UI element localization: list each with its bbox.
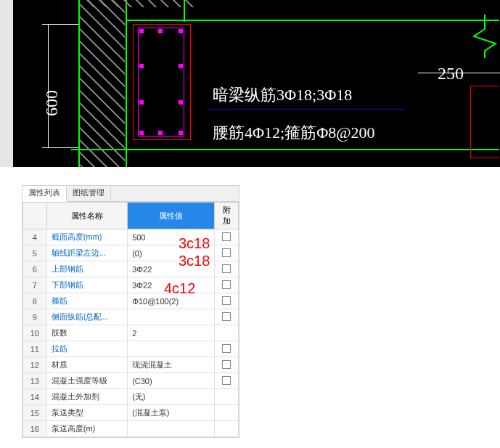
addon-cell[interactable] [215,421,239,437]
addon-cell[interactable] [215,229,239,245]
cad-note-1: 暗梁纵筋3Φ18;3Φ18 [213,84,352,106]
prop-name: 混凝土强度等级 [46,373,127,389]
property-panel: 属性列表 图纸管理 属性名称 属性值 附加 4截面高度(mm)5005轴线距梁左… [22,185,239,438]
prop-value[interactable]: 500 [128,229,215,245]
cad-stirrup [138,28,184,137]
row-number: 15 [23,405,47,421]
prop-name: 箍筋 [46,293,127,309]
row-number: 16 [23,421,47,437]
table-row[interactable]: 15泵送类型(混凝土泵) [23,405,239,421]
tab-drawings[interactable]: 图纸管理 [67,186,111,201]
property-table: 属性名称 属性值 附加 4截面高度(mm)5005轴线距梁左边...(0)6上部… [22,202,239,437]
row-number: 11 [23,341,47,357]
checkbox-icon[interactable] [222,360,231,369]
row-number: 5 [23,245,47,261]
addon-cell[interactable] [215,389,239,405]
addon-cell[interactable] [215,405,239,421]
prop-value[interactable]: (0) [128,245,215,261]
row-number: 12 [23,357,47,373]
prop-name: 截面高度(mm) [46,229,127,245]
addon-cell[interactable] [215,309,239,325]
prop-name: 材质 [46,357,127,373]
row-number: 4 [23,229,47,245]
addon-cell[interactable] [215,357,239,373]
row-number: 10 [23,325,47,341]
checkbox-icon[interactable] [222,248,231,257]
row-number: 9 [23,309,47,325]
checkbox-icon[interactable] [222,264,231,273]
row-number: 14 [23,389,47,405]
table-row[interactable]: 14混凝土外加剂(无) [23,389,239,405]
addon-cell[interactable] [215,325,239,341]
addon-cell[interactable] [215,277,239,293]
prop-value[interactable]: 3Φ22 [128,261,215,277]
table-row[interactable]: 11拉筋 [23,341,239,357]
checkbox-icon[interactable] [222,232,231,241]
table-row[interactable]: 5轴线距梁左边...(0) [23,245,239,261]
break-mark-icon [470,15,499,58]
prop-value[interactable]: 现浇混凝土 [128,357,215,373]
prop-name: 上部钢筋 [46,261,127,277]
table-row[interactable]: 6上部钢筋3Φ22 [23,261,239,277]
prop-name: 肢数 [46,325,127,341]
addon-cell[interactable] [215,245,239,261]
col-rownum [23,203,47,229]
tab-bar: 属性列表 图纸管理 [22,186,239,202]
prop-value[interactable]: Φ10@100(2) [128,293,215,309]
cad-underline [209,109,405,110]
prop-value[interactable]: (C30) [128,373,215,389]
col-name: 属性名称 [46,203,127,229]
addon-cell[interactable] [215,293,239,309]
table-row[interactable]: 8箍筋Φ10@100(2) [23,293,239,309]
prop-value[interactable] [128,309,215,325]
addon-cell[interactable] [215,373,239,389]
cad-line [126,0,127,167]
prop-value[interactable]: 2 [128,325,215,341]
dimension-250: 250 [438,64,464,84]
prop-value[interactable]: (无) [128,389,215,405]
cad-hatch [80,0,125,167]
col-addon: 附加 [215,203,239,229]
prop-name: 拉筋 [46,341,127,357]
prop-name: 轴线距梁左边... [46,245,127,261]
checkbox-icon[interactable] [222,376,231,385]
prop-value[interactable] [128,421,215,437]
dim-line [48,24,49,147]
table-row[interactable]: 13混凝土强度等级(C30) [23,373,239,389]
row-number: 13 [23,373,47,389]
checkbox-icon[interactable] [222,312,231,321]
table-row[interactable]: 9侧面纵筋(总配... [23,309,239,325]
cad-rect [470,86,499,158]
prop-value[interactable]: (混凝土泵) [128,405,215,421]
checkbox-icon[interactable] [222,280,231,289]
prop-name: 泵送高度(m) [46,421,127,437]
cad-drawing-panel: 600 250 暗梁纵筋3Φ18;3Φ18 腰筋4Φ12;箍筋Φ8@200 [0,0,500,167]
checkbox-icon[interactable] [222,344,231,353]
dim-line [42,147,78,148]
addon-cell[interactable] [215,341,239,357]
prop-name: 下部钢筋 [46,277,127,293]
cad-line [126,20,499,21]
col-value: 属性值 [128,203,215,229]
cad-hatch [80,0,196,7]
table-row[interactable]: 12材质现浇混凝土 [23,357,239,373]
table-row[interactable]: 7下部钢筋3Φ22 [23,277,239,293]
dimension-600: 600 [42,90,62,116]
prop-value[interactable]: 3Φ22 [128,277,215,293]
checkbox-icon[interactable] [222,296,231,305]
prop-value[interactable] [128,341,215,357]
table-row[interactable]: 16泵送高度(m) [23,421,239,437]
prop-name: 侧面纵筋(总配... [46,309,127,325]
prop-name: 混凝土外加剂 [46,389,127,405]
addon-cell[interactable] [215,261,239,277]
prop-name: 泵送类型 [46,405,127,421]
row-number: 8 [23,293,47,309]
cad-line [71,149,499,150]
tab-properties[interactable]: 属性列表 [22,186,67,202]
row-number: 7 [23,277,47,293]
cad-note-2: 腰筋4Φ12;箍筋Φ8@200 [213,122,375,144]
table-row[interactable]: 10肢数2 [23,325,239,341]
table-row[interactable]: 4截面高度(mm)500 [23,229,239,245]
row-number: 6 [23,261,47,277]
dim-line [42,24,78,25]
